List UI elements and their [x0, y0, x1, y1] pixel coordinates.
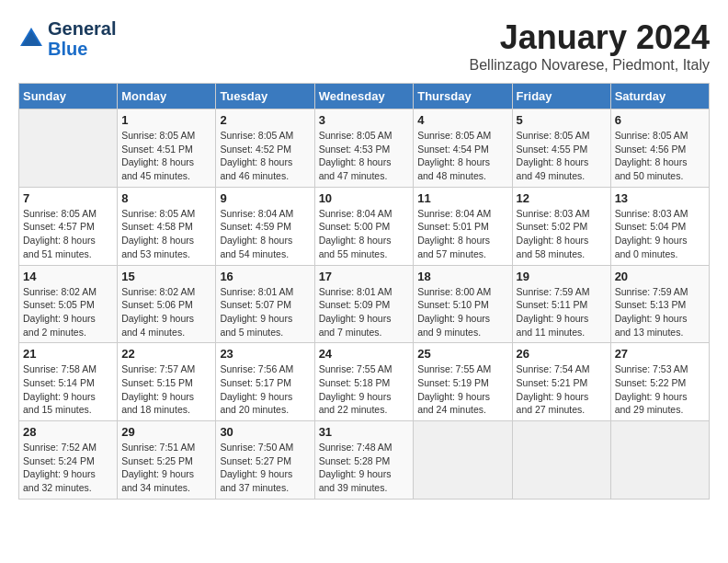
table-row: 12Sunrise: 8:03 AM Sunset: 5:02 PM Dayli… [512, 187, 610, 265]
page-header: General Blue January 2024 Bellinzago Nov… [18, 18, 710, 74]
day-info: Sunrise: 7:54 AM Sunset: 5:21 PM Dayligh… [517, 362, 607, 417]
day-number: 4 [417, 113, 507, 127]
table-row: 28Sunrise: 7:52 AM Sunset: 5:24 PM Dayli… [19, 421, 118, 500]
table-row: 31Sunrise: 7:48 AM Sunset: 5:28 PM Dayli… [314, 421, 414, 500]
table-row: 4Sunrise: 8:05 AM Sunset: 4:54 PM Daylig… [414, 109, 512, 188]
day-number: 5 [517, 113, 607, 127]
day-info: Sunrise: 7:52 AM Sunset: 5:24 PM Dayligh… [23, 441, 113, 495]
day-number: 2 [220, 113, 310, 127]
table-row: 13Sunrise: 8:03 AM Sunset: 5:04 PM Dayli… [610, 187, 709, 265]
day-number: 20 [615, 270, 705, 283]
table-row [512, 421, 610, 500]
day-number: 19 [517, 270, 607, 283]
day-info: Sunrise: 8:05 AM Sunset: 4:51 PM Dayligh… [121, 129, 211, 183]
day-number: 8 [121, 191, 211, 205]
table-row: 17Sunrise: 8:01 AM Sunset: 5:09 PM Dayli… [314, 265, 414, 343]
table-row: 5Sunrise: 8:05 AM Sunset: 4:55 PM Daylig… [512, 109, 610, 188]
header-tuesday: Tuesday [216, 84, 314, 109]
day-info: Sunrise: 8:04 AM Sunset: 5:00 PM Dayligh… [319, 207, 410, 261]
calendar-header-row: SundayMondayTuesdayWednesdayThursdayFrid… [19, 84, 710, 109]
header-saturday: Saturday [610, 84, 709, 109]
day-info: Sunrise: 8:04 AM Sunset: 5:01 PM Dayligh… [417, 207, 507, 261]
table-row: 8Sunrise: 8:05 AM Sunset: 4:58 PM Daylig… [118, 187, 216, 265]
table-row: 16Sunrise: 8:01 AM Sunset: 5:07 PM Dayli… [216, 265, 314, 343]
day-info: Sunrise: 8:02 AM Sunset: 5:06 PM Dayligh… [121, 285, 211, 339]
day-info: Sunrise: 7:48 AM Sunset: 5:28 PM Dayligh… [319, 441, 410, 495]
table-row: 25Sunrise: 7:55 AM Sunset: 5:19 PM Dayli… [414, 343, 512, 421]
day-number: 30 [220, 425, 310, 439]
header-thursday: Thursday [414, 84, 512, 109]
table-row: 27Sunrise: 7:53 AM Sunset: 5:22 PM Dayli… [610, 343, 709, 421]
day-info: Sunrise: 8:05 AM Sunset: 4:57 PM Dayligh… [23, 207, 113, 261]
week-row-1: 1Sunrise: 8:05 AM Sunset: 4:51 PM Daylig… [19, 109, 710, 188]
table-row: 19Sunrise: 7:59 AM Sunset: 5:11 PM Dayli… [512, 265, 610, 343]
header-wednesday: Wednesday [314, 84, 414, 109]
header-friday: Friday [512, 84, 610, 109]
location: Bellinzago Novarese, Piedmont, Italy [470, 57, 710, 74]
day-info: Sunrise: 8:00 AM Sunset: 5:10 PM Dayligh… [417, 285, 507, 339]
title-block: January 2024 Bellinzago Novarese, Piedmo… [470, 18, 710, 74]
header-monday: Monday [118, 84, 216, 109]
day-info: Sunrise: 8:01 AM Sunset: 5:07 PM Dayligh… [220, 285, 310, 339]
day-info: Sunrise: 8:01 AM Sunset: 5:09 PM Dayligh… [319, 285, 410, 339]
day-number: 24 [319, 347, 410, 361]
day-info: Sunrise: 8:03 AM Sunset: 5:02 PM Dayligh… [517, 207, 607, 261]
day-info: Sunrise: 7:56 AM Sunset: 5:17 PM Dayligh… [220, 362, 310, 417]
day-number: 14 [23, 270, 113, 283]
day-number: 3 [319, 113, 410, 127]
table-row: 3Sunrise: 8:05 AM Sunset: 4:53 PM Daylig… [314, 109, 414, 188]
table-row: 18Sunrise: 8:00 AM Sunset: 5:10 PM Dayli… [414, 265, 512, 343]
table-row [610, 421, 709, 500]
day-info: Sunrise: 8:05 AM Sunset: 4:54 PM Dayligh… [417, 129, 507, 183]
week-row-5: 28Sunrise: 7:52 AM Sunset: 5:24 PM Dayli… [19, 421, 710, 500]
logo-text-line1: General [48, 18, 116, 39]
table-row [19, 109, 118, 188]
day-number: 15 [121, 270, 211, 283]
table-row: 20Sunrise: 7:59 AM Sunset: 5:13 PM Dayli… [610, 265, 709, 343]
table-row: 2Sunrise: 8:05 AM Sunset: 4:52 PM Daylig… [216, 109, 314, 188]
day-info: Sunrise: 8:02 AM Sunset: 5:05 PM Dayligh… [23, 285, 113, 339]
table-row: 21Sunrise: 7:58 AM Sunset: 5:14 PM Dayli… [19, 343, 118, 421]
day-number: 13 [615, 191, 705, 205]
week-row-3: 14Sunrise: 8:02 AM Sunset: 5:05 PM Dayli… [19, 265, 710, 343]
day-info: Sunrise: 8:05 AM Sunset: 4:58 PM Dayligh… [121, 207, 211, 261]
month-title: January 2024 [470, 18, 710, 57]
table-row: 9Sunrise: 8:04 AM Sunset: 4:59 PM Daylig… [216, 187, 314, 265]
day-info: Sunrise: 8:05 AM Sunset: 4:52 PM Dayligh… [220, 129, 310, 183]
day-info: Sunrise: 7:57 AM Sunset: 5:15 PM Dayligh… [121, 362, 211, 417]
logo-icon [18, 26, 44, 52]
day-number: 7 [23, 191, 113, 205]
day-number: 1 [121, 113, 211, 127]
day-number: 27 [615, 347, 705, 361]
day-number: 11 [417, 191, 507, 205]
day-number: 28 [23, 425, 113, 439]
table-row: 1Sunrise: 8:05 AM Sunset: 4:51 PM Daylig… [118, 109, 216, 188]
day-number: 22 [121, 347, 211, 361]
day-info: Sunrise: 7:59 AM Sunset: 5:11 PM Dayligh… [517, 285, 607, 339]
table-row: 14Sunrise: 8:02 AM Sunset: 5:05 PM Dayli… [19, 265, 118, 343]
calendar-table: SundayMondayTuesdayWednesdayThursdayFrid… [18, 83, 710, 500]
day-number: 12 [517, 191, 607, 205]
header-sunday: Sunday [19, 84, 118, 109]
table-row: 24Sunrise: 7:55 AM Sunset: 5:18 PM Dayli… [314, 343, 414, 421]
week-row-2: 7Sunrise: 8:05 AM Sunset: 4:57 PM Daylig… [19, 187, 710, 265]
day-number: 23 [220, 347, 310, 361]
day-number: 9 [220, 191, 310, 205]
day-number: 21 [23, 347, 113, 361]
table-row: 26Sunrise: 7:54 AM Sunset: 5:21 PM Dayli… [512, 343, 610, 421]
day-number: 18 [417, 270, 507, 283]
table-row: 6Sunrise: 8:05 AM Sunset: 4:56 PM Daylig… [610, 109, 709, 188]
day-info: Sunrise: 7:58 AM Sunset: 5:14 PM Dayligh… [23, 362, 113, 417]
week-row-4: 21Sunrise: 7:58 AM Sunset: 5:14 PM Dayli… [19, 343, 710, 421]
table-row: 22Sunrise: 7:57 AM Sunset: 5:15 PM Dayli… [118, 343, 216, 421]
day-info: Sunrise: 7:55 AM Sunset: 5:19 PM Dayligh… [417, 362, 507, 417]
day-info: Sunrise: 7:55 AM Sunset: 5:18 PM Dayligh… [319, 362, 410, 417]
day-info: Sunrise: 8:05 AM Sunset: 4:56 PM Dayligh… [615, 129, 705, 183]
day-info: Sunrise: 8:03 AM Sunset: 5:04 PM Dayligh… [615, 207, 705, 261]
day-number: 29 [121, 425, 211, 439]
day-number: 26 [517, 347, 607, 361]
day-number: 10 [319, 191, 410, 205]
day-info: Sunrise: 7:59 AM Sunset: 5:13 PM Dayligh… [615, 285, 705, 339]
day-info: Sunrise: 8:05 AM Sunset: 4:53 PM Dayligh… [319, 129, 410, 183]
day-info: Sunrise: 8:05 AM Sunset: 4:55 PM Dayligh… [517, 129, 607, 183]
